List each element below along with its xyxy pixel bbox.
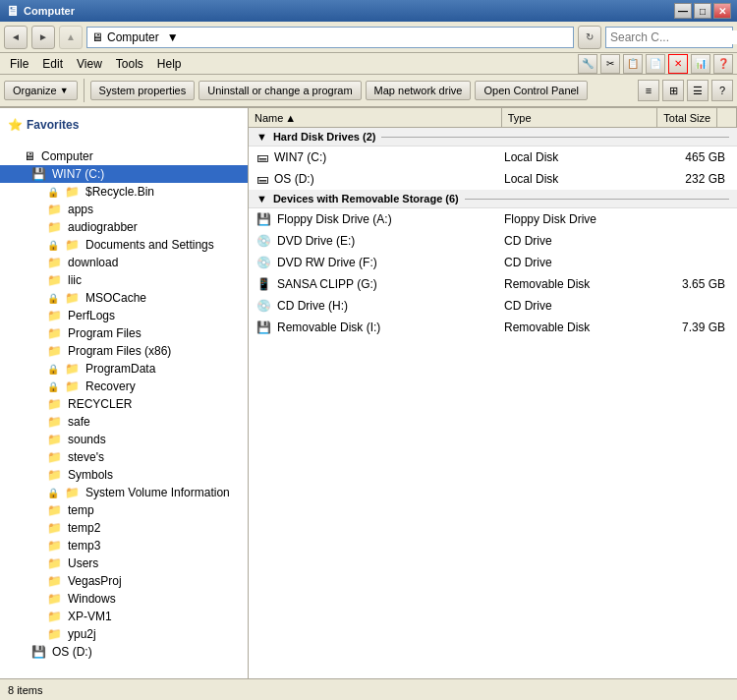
drive-icon-remi: 💾 bbox=[256, 321, 271, 334]
organize-button[interactable]: Organize ▼ bbox=[4, 81, 78, 100]
forward-button[interactable]: ► bbox=[31, 26, 55, 49]
search-box: 🔍 bbox=[605, 27, 733, 48]
sidebar-item-ypu2j[interactable]: 📁 ypu2j bbox=[0, 625, 248, 643]
uninstall-button[interactable]: Uninstall or change a program bbox=[198, 81, 361, 100]
sidebar-item-steves[interactable]: 📁 steve's bbox=[0, 448, 248, 466]
view-details-button[interactable]: ☰ bbox=[687, 80, 709, 101]
sidebar-item-docs[interactable]: 🔒 📁 Documents and Settings bbox=[0, 236, 248, 254]
file-name-osd: 🖴 OS (D:) bbox=[253, 172, 504, 186]
table-row[interactable]: 💿 CD Drive (H:) CD Drive bbox=[249, 295, 737, 317]
sidebar-item-xpvm1[interactable]: 📁 XP-VM1 bbox=[0, 608, 248, 625]
file-name-sansa: 📱 SANSA CLIPP (G:) bbox=[253, 277, 504, 291]
col-name[interactable]: Name ▲ bbox=[249, 108, 502, 127]
sidebar-item-programfiles[interactable]: 📁 Program Files bbox=[0, 324, 248, 342]
up-button[interactable]: ▲ bbox=[59, 26, 83, 49]
menu-help[interactable]: Help bbox=[151, 55, 188, 73]
drive-label-osd: OS (D:) bbox=[274, 172, 314, 186]
table-row[interactable]: 💾 Floppy Disk Drive (A:) Floppy Disk Dri… bbox=[249, 208, 737, 230]
menu-tools[interactable]: Tools bbox=[110, 55, 149, 73]
table-row[interactable]: 💿 DVD RW Drive (F:) CD Drive bbox=[249, 252, 737, 273]
toolbar-delete-icon[interactable]: ✕ bbox=[668, 54, 688, 74]
file-type-dvde: CD Drive bbox=[504, 234, 661, 248]
sidebar-item-audiograbber[interactable]: 📁 audiograbber bbox=[0, 218, 248, 236]
table-row[interactable]: 💿 DVD Drive (E:) CD Drive bbox=[249, 230, 737, 252]
sidebar-item-programdata[interactable]: 🔒 📁 ProgramData bbox=[0, 360, 248, 378]
back-button[interactable]: ◄ bbox=[4, 26, 28, 49]
sidebar-item-users[interactable]: 📁 Users bbox=[0, 554, 248, 572]
map-network-button[interactable]: Map network drive bbox=[366, 81, 472, 100]
sidebar-item-sounds[interactable]: 📁 sounds bbox=[0, 431, 248, 448]
refresh-button[interactable]: ↻ bbox=[578, 26, 601, 49]
sidebar-item-winc[interactable]: 💾 WIN7 (C:) bbox=[0, 165, 248, 183]
table-row[interactable]: 🖴 OS (D:) Local Disk 232 GB bbox=[249, 168, 737, 190]
sidebar-item-liic[interactable]: 📁 liic bbox=[0, 271, 248, 289]
sidebar-item-recovery[interactable]: 🔒 📁 Recovery bbox=[0, 378, 248, 395]
address-combo[interactable]: 🖥 Computer ▼ bbox=[86, 27, 574, 48]
table-row[interactable]: 📱 SANSA CLIPP (G:) Removable Disk 3.65 G… bbox=[249, 273, 737, 295]
sidebar-item-programfilesx86[interactable]: 📁 Program Files (x86) bbox=[0, 342, 248, 360]
toolbar-icon-3[interactable]: 📋 bbox=[623, 54, 643, 74]
system-properties-label: System properties bbox=[99, 85, 187, 96]
sidebar-item-symbols[interactable]: 📁 Symbols bbox=[0, 466, 248, 484]
view-toggle-button[interactable]: ⊞ bbox=[662, 80, 684, 101]
folder-icon-liic: 📁 bbox=[47, 273, 62, 287]
folder-icon-steves: 📁 bbox=[47, 450, 62, 464]
triangle-icon-2: ▼ bbox=[256, 193, 267, 204]
menu-edit[interactable]: Edit bbox=[36, 55, 69, 73]
sidebar-item-osd[interactable]: 💾 OS (D:) bbox=[0, 643, 248, 661]
sidebar-item-safe[interactable]: 📁 safe bbox=[0, 413, 248, 431]
star-icon: ⭐ bbox=[8, 118, 23, 132]
sidebar-item-vegasproj[interactable]: 📁 VegasProj bbox=[0, 572, 248, 590]
menu-file[interactable]: File bbox=[4, 55, 34, 73]
lock-icon-2: 🔒 bbox=[47, 240, 59, 251]
folder-icon-download: 📁 bbox=[47, 256, 62, 269]
lock-icon-4: 🔒 bbox=[47, 364, 59, 375]
sidebar-item-perflogs[interactable]: 📁 PerfLogs bbox=[0, 307, 248, 324]
sidebar-item-recycle[interactable]: 🔒 📁 $Recycle.Bin bbox=[0, 183, 248, 201]
sidebar-item-apps[interactable]: 📁 apps bbox=[0, 201, 248, 218]
sidebar-item-windows[interactable]: 📁 Windows bbox=[0, 590, 248, 608]
system-properties-button[interactable]: System properties bbox=[90, 81, 196, 100]
drive-label-floppy: Floppy Disk Drive (A:) bbox=[277, 212, 392, 226]
view-menu-button[interactable]: ≡ bbox=[638, 80, 659, 101]
search-input[interactable] bbox=[610, 30, 737, 44]
control-panel-button[interactable]: Open Control Panel bbox=[475, 81, 588, 100]
file-size-sansa: 3.65 GB bbox=[661, 277, 733, 291]
toolbar-icon-2[interactable]: ✂ bbox=[600, 54, 620, 74]
toolbar-icon-1[interactable]: 🔧 bbox=[578, 54, 597, 74]
removable-group-header: ▼ Devices with Removable Storage (6) bbox=[249, 190, 737, 208]
maximize-button[interactable]: □ bbox=[694, 3, 711, 19]
col-type[interactable]: Type bbox=[502, 108, 658, 127]
sidebar-item-temp3[interactable]: 📁 temp3 bbox=[0, 537, 248, 554]
folder-icon-symbols: 📁 bbox=[47, 468, 62, 482]
col-size[interactable]: Total Size bbox=[657, 108, 717, 127]
sidebar-item-sysvolinfo[interactable]: 🔒 📁 System Volume Information bbox=[0, 484, 248, 501]
sidebar-item-temp2[interactable]: 📁 temp2 bbox=[0, 519, 248, 537]
sidebar-item-msocache[interactable]: 🔒 📁 MSOCache bbox=[0, 289, 248, 307]
sidebar-item-recycler[interactable]: 📁 RECYCLER bbox=[0, 395, 248, 413]
triangle-icon: ▼ bbox=[256, 131, 267, 143]
content-area: Name ▲ Type Total Size ▼ Hard Disk Drive… bbox=[249, 108, 737, 678]
sidebar-item-download[interactable]: 📁 download bbox=[0, 254, 248, 271]
menu-view[interactable]: View bbox=[71, 55, 108, 73]
title-bar-controls: — □ ✕ bbox=[674, 3, 731, 19]
toolbar-separator-1 bbox=[84, 79, 85, 102]
sidebar-item-computer[interactable]: 🖥 Computer bbox=[0, 147, 248, 165]
close-button[interactable]: ✕ bbox=[713, 3, 731, 19]
toolbar-right: ≡ ⊞ ☰ ? bbox=[638, 80, 733, 101]
main-layout: ⭐ Favorites 🖥 Computer 💾 WIN7 (C:) 🔒 📁 $… bbox=[0, 108, 737, 678]
table-row[interactable]: 💾 Removable Disk (I:) Removable Disk 7.3… bbox=[249, 317, 737, 338]
sidebar-item-temp[interactable]: 📁 temp bbox=[0, 501, 248, 519]
toolbar-icon-7[interactable]: ❓ bbox=[713, 54, 733, 74]
minimize-button[interactable]: — bbox=[674, 3, 692, 19]
folder-icon-apps: 📁 bbox=[47, 203, 62, 216]
address-value: Computer bbox=[107, 30, 159, 44]
map-network-label: Map network drive bbox=[374, 85, 463, 96]
folder-icon-msocache: 📁 bbox=[65, 291, 80, 305]
toolbar-icon-6[interactable]: 📊 bbox=[691, 54, 710, 74]
table-row[interactable]: 🖴 WIN7 (C:) Local Disk 465 GB bbox=[249, 146, 737, 168]
folder-icon-temp3: 📁 bbox=[47, 539, 62, 553]
address-dropdown-arrow[interactable]: ▼ bbox=[167, 30, 179, 44]
toolbar-icon-4[interactable]: 📄 bbox=[646, 54, 665, 74]
help-button[interactable]: ? bbox=[711, 80, 733, 101]
